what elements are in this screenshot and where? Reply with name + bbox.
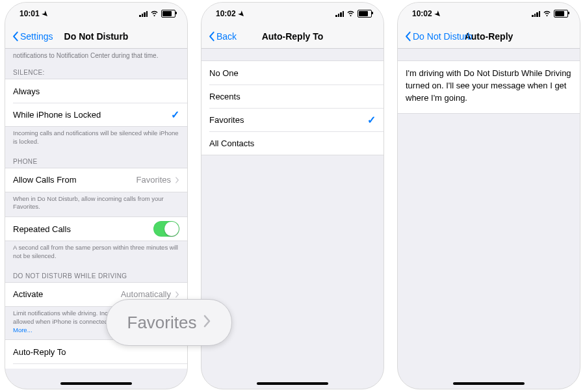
auto-reply-to-option[interactable]: Recents (202, 85, 384, 108)
truncated-header: notifications to Notification Center dur… (5, 49, 187, 62)
auto-reply-cell[interactable]: Auto-Reply I'm drivi (5, 363, 187, 369)
chevron-right-icon (203, 313, 211, 333)
repeated-calls-toggle[interactable] (153, 221, 179, 237)
cell-label: Always (13, 86, 40, 96)
favorites-callout: Favorites (106, 299, 232, 346)
wifi-icon (150, 8, 159, 19)
checkmark-icon: ✓ (367, 114, 376, 126)
back-button[interactable]: Back (208, 31, 237, 42)
checkmark-icon: ✓ (171, 109, 179, 121)
cell-label: While iPhone is Locked (13, 110, 101, 120)
repeated-calls-cell[interactable]: Repeated Calls (5, 217, 187, 241)
chevron-right-icon (175, 176, 179, 184)
cell-label: Activate (13, 289, 43, 299)
chevron-left-icon (12, 31, 19, 42)
chevron-right-icon (175, 291, 179, 298)
cell-value: Favorites (136, 175, 171, 185)
status-time: 10:01 (20, 9, 40, 18)
section-footer-allow-calls: When in Do Not Disturb, allow incoming c… (5, 192, 187, 217)
cell-label: Allow Calls From (13, 175, 77, 185)
battery-icon (554, 10, 568, 18)
location-icon: ➤ (432, 8, 443, 19)
wifi-icon (346, 8, 355, 19)
home-indicator[interactable] (453, 382, 525, 385)
status-bar: 10:02 ➤ (202, 3, 384, 25)
location-icon: ➤ (40, 8, 50, 19)
cellular-signal-icon (335, 10, 344, 17)
message-scroll[interactable]: I'm driving with Do Not Disturb While Dr… (398, 49, 580, 369)
back-label: Do Not Disturb (413, 31, 473, 42)
back-label: Back (216, 31, 237, 42)
status-bar: 10:02 ➤ (398, 3, 580, 25)
home-indicator[interactable] (257, 382, 328, 385)
nav-bar: Do Not Disturb Auto-Reply (398, 25, 580, 49)
auto-reply-to-option[interactable]: Favorites✓ (202, 108, 384, 131)
chevron-left-icon (208, 31, 215, 42)
location-icon: ➤ (236, 8, 246, 19)
auto-reply-message-field[interactable]: I'm driving with Do Not Disturb While Dr… (398, 60, 580, 114)
home-indicator[interactable] (60, 382, 132, 385)
option-label: No One (209, 68, 239, 78)
cell-label: Repeated Calls (13, 224, 71, 234)
battery-icon (161, 10, 176, 18)
status-time: 10:02 (412, 9, 432, 18)
cell-label: Auto-Reply To (13, 347, 66, 357)
option-label: All Contacts (209, 138, 254, 148)
status-bar: 10:01 ➤ (5, 3, 187, 25)
auto-reply-to-option[interactable]: All Contacts (202, 131, 384, 155)
back-button[interactable]: Do Not Disturb (404, 31, 473, 42)
silence-always-cell[interactable]: Always (5, 79, 187, 103)
auto-reply-to-option[interactable]: No One (202, 61, 384, 85)
cellular-signal-icon (139, 10, 148, 17)
section-header-phone: PHONE (5, 151, 187, 168)
back-label: Settings (20, 31, 53, 42)
section-footer-silence: Incoming calls and notifications will be… (5, 127, 187, 151)
option-label: Favorites (209, 115, 244, 125)
wifi-icon (543, 8, 551, 19)
chevron-left-icon (404, 31, 411, 42)
section-footer-repeated: A second call from the same person withi… (5, 241, 187, 266)
allow-calls-cell[interactable]: Allow Calls From Favorites (5, 168, 187, 192)
nav-bar: Settings Do Not Disturb (5, 25, 187, 49)
section-header-silence: SILENCE: (5, 62, 187, 79)
cellular-signal-icon (532, 10, 540, 17)
back-button[interactable]: Settings (12, 31, 53, 42)
callout-label: Favorites (127, 313, 197, 333)
nav-bar: Back Auto-Reply To (202, 25, 384, 49)
cell-value: Automatically (121, 289, 171, 299)
battery-icon (358, 10, 372, 18)
phone-auto-reply: 10:02 ➤ Do Not Disturb Auto-Reply I'm dr… (397, 2, 580, 389)
silence-locked-cell[interactable]: While iPhone is Locked ✓ (5, 103, 187, 126)
option-label: Recents (209, 92, 240, 101)
status-time: 10:02 (216, 9, 236, 18)
section-header-dnd-driving: DO NOT DISTURB WHILE DRIVING (5, 266, 187, 282)
